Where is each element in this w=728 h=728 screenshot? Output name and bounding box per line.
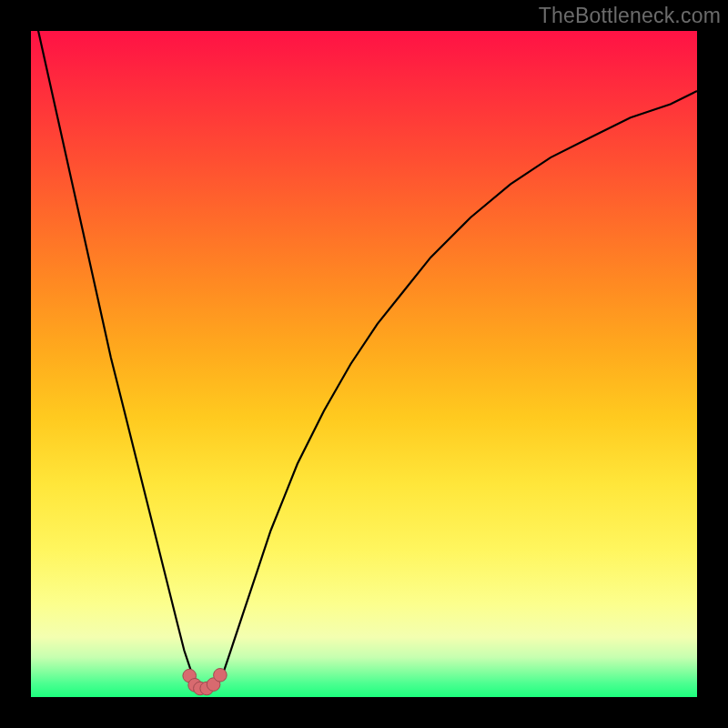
plot-area	[31, 31, 697, 697]
attribution-watermark: TheBottleneck.com	[539, 4, 721, 28]
optimal-markers	[183, 669, 227, 695]
curve-layer	[31, 31, 697, 697]
chart-frame: TheBottleneck.com	[0, 0, 728, 728]
bottleneck-curve	[31, 31, 697, 688]
optimal-marker	[214, 669, 228, 682]
